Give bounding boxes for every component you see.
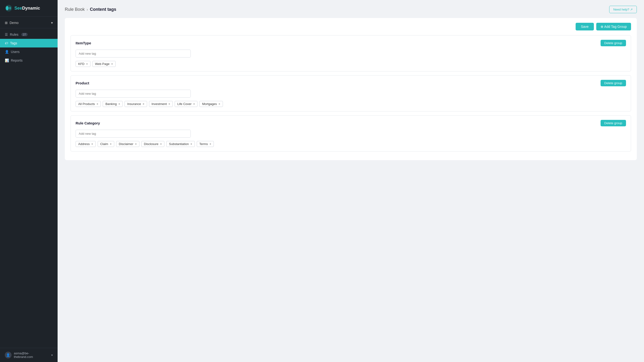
- tag-remove-button[interactable]: ×: [111, 62, 113, 66]
- tags-list-rule-category: Address×Claim×Disclaimer×Disclosure×Subs…: [76, 141, 626, 147]
- tag-group-header-rule-category: Rule CategoryDelete group: [76, 120, 626, 126]
- tag-chip-label: KFD: [78, 62, 84, 66]
- tag-chip: Web Page×: [92, 61, 116, 67]
- sidebar-item-tags-label: Tags: [10, 41, 17, 45]
- tags-icon: 🏷: [5, 41, 8, 45]
- logo-icon: [5, 4, 12, 12]
- sidebar-item-users[interactable]: 👤 Users: [0, 47, 58, 56]
- tag-remove-button[interactable]: ×: [160, 142, 162, 146]
- tag-chip: Mortgages×: [200, 101, 223, 107]
- sidebar-item-rules[interactable]: ☰ Rules 27: [0, 30, 58, 39]
- reports-icon: 📊: [5, 58, 9, 62]
- tag-chip: Banking×: [103, 101, 122, 107]
- sidebar-item-rules-label: Rules: [10, 33, 18, 36]
- tag-chip-label: Substantiation: [169, 142, 188, 146]
- tag-chip-label: Life Cover: [177, 102, 192, 106]
- svg-point-2: [9, 7, 11, 9]
- tag-group-rule-category: Rule CategoryDelete groupAddress×Claim×D…: [70, 115, 631, 151]
- tag-chip-label: Address: [78, 142, 90, 146]
- save-button[interactable]: Save: [576, 23, 594, 30]
- tag-groups-container: ItemTypeDelete groupKFD×Web Page×Product…: [70, 35, 631, 151]
- tag-input-item-type[interactable]: [76, 50, 191, 57]
- tag-remove-button[interactable]: ×: [190, 142, 192, 146]
- tag-chip: All Products×: [76, 101, 101, 107]
- logo-text: SeeDynamic: [14, 6, 40, 11]
- tag-remove-button[interactable]: ×: [135, 142, 137, 146]
- tag-chip-label: All Products: [78, 102, 95, 106]
- tag-chip-label: Investment: [152, 102, 167, 106]
- tag-chip: Disclaimer×: [116, 141, 140, 147]
- tag-chip-label: Disclaimer: [119, 142, 134, 146]
- tag-remove-button[interactable]: ×: [210, 142, 211, 146]
- main-content: Rule Book › Content tags Need help? ↗ Sa…: [58, 0, 644, 362]
- breadcrumb: Rule Book › Content tags: [65, 7, 116, 12]
- tag-chip: Life Cover×: [175, 101, 198, 107]
- tag-remove-button[interactable]: ×: [218, 102, 220, 106]
- user-profile[interactable]: 👤 asma@be-thebrand.com ▾: [0, 348, 58, 362]
- sidebar-item-reports-label: Reports: [11, 58, 22, 62]
- card-top-actions: Save ⊕ Add Tag Group: [70, 23, 631, 30]
- grid-icon: ⊞: [5, 21, 8, 25]
- tag-group-header-product: ProductDelete group: [76, 80, 626, 86]
- tag-remove-button[interactable]: ×: [193, 102, 195, 106]
- tag-chip-label: Web Page: [95, 62, 110, 66]
- need-help-button[interactable]: Need help? ↗: [609, 6, 637, 13]
- tag-remove-button[interactable]: ×: [168, 102, 170, 106]
- svg-point-1: [6, 6, 9, 10]
- tag-remove-button[interactable]: ×: [92, 142, 93, 146]
- page-header: Rule Book › Content tags Need help? ↗: [65, 6, 637, 13]
- tag-group-title-item-type: ItemType: [76, 41, 91, 45]
- tag-group-header-item-type: ItemTypeDelete group: [76, 40, 626, 46]
- tag-chip: KFD×: [76, 61, 90, 67]
- tag-chip: Claim×: [98, 141, 114, 147]
- content-card: Save ⊕ Add Tag Group ItemTypeDelete grou…: [65, 18, 637, 160]
- delete-group-button-rule-category[interactable]: Delete group: [600, 120, 626, 126]
- workspace-selector[interactable]: ⊞ Demo ▾: [0, 18, 58, 27]
- user-email: asma@be-thebrand.com: [14, 352, 48, 359]
- tags-list-item-type: KFD×Web Page×: [76, 61, 626, 67]
- tag-group-title-rule-category: Rule Category: [76, 121, 100, 125]
- tag-chip-label: Insurance: [127, 102, 141, 106]
- chevron-down-icon: ▾: [51, 21, 53, 25]
- avatar: 👤: [5, 352, 12, 359]
- tag-chip-label: Claim: [100, 142, 108, 146]
- tag-input-rule-category[interactable]: [76, 130, 191, 138]
- delete-group-button-product[interactable]: Delete group: [600, 80, 626, 86]
- sidebar: SeeDynamic ⊞ Demo ▾ ☰ Rules 27 🏷 Tags 👤 …: [0, 0, 58, 362]
- rules-icon: ☰: [5, 33, 8, 36]
- rules-badge: 27: [21, 33, 28, 36]
- breadcrumb-current: Content tags: [90, 7, 116, 12]
- delete-group-button-item-type[interactable]: Delete group: [600, 40, 626, 46]
- tag-chip: Substantiation×: [166, 141, 194, 147]
- tags-list-product: All Products×Banking×Insurance×Investmen…: [76, 101, 626, 107]
- tag-chip-label: Banking: [105, 102, 116, 106]
- breadcrumb-chevron-icon: ›: [86, 7, 88, 12]
- tag-group-product: ProductDelete groupAll Products×Banking×…: [70, 75, 631, 111]
- tag-chip: Terms×: [197, 141, 214, 147]
- tag-chip: Disclosure×: [141, 141, 164, 147]
- sidebar-item-users-label: Users: [11, 50, 20, 54]
- tag-chip: Insurance×: [124, 101, 147, 107]
- tag-remove-button[interactable]: ×: [86, 62, 88, 66]
- tag-chip-label: Disclosure: [144, 142, 158, 146]
- users-icon: 👤: [5, 50, 9, 54]
- tag-remove-button[interactable]: ×: [110, 142, 112, 146]
- sidebar-item-reports[interactable]: 📊 Reports: [0, 56, 58, 65]
- tag-remove-button[interactable]: ×: [118, 102, 120, 106]
- tag-chip: Investment×: [149, 101, 173, 107]
- workspace-name: Demo: [10, 21, 18, 25]
- header-actions: Need help? ↗: [609, 6, 637, 13]
- tag-group-title-product: Product: [76, 81, 89, 85]
- add-tag-group-button[interactable]: ⊕ Add Tag Group: [596, 23, 631, 30]
- tag-chip: Address×: [76, 141, 96, 147]
- tag-input-product[interactable]: [76, 90, 191, 98]
- tag-chip-label: Terms: [200, 142, 208, 146]
- user-chevron-icon: ▾: [51, 354, 53, 357]
- tag-group-item-type: ItemTypeDelete groupKFD×Web Page×: [70, 35, 631, 71]
- logo: SeeDynamic: [0, 0, 58, 16]
- tag-remove-button[interactable]: ×: [96, 102, 98, 106]
- tag-remove-button[interactable]: ×: [142, 102, 144, 106]
- tag-chip-label: Mortgages: [202, 102, 217, 106]
- sidebar-item-tags[interactable]: 🏷 Tags: [0, 39, 58, 47]
- breadcrumb-parent: Rule Book: [65, 7, 85, 12]
